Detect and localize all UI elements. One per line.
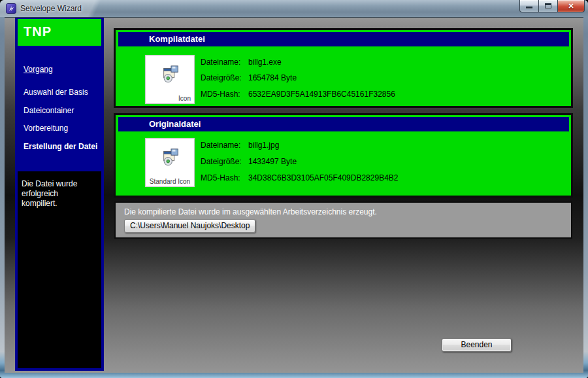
detail-label: Dateiname: (201, 141, 248, 150)
detail-value: 1654784 Byte (248, 73, 297, 82)
maximize-button[interactable] (539, 0, 557, 12)
detail-label: Dateigröße: (201, 73, 248, 82)
app-logo-glyph (7, 5, 15, 12)
detail-value: billg1.jpg (248, 141, 279, 150)
compiled-file-panel-title: Kompilatdatei (118, 32, 569, 46)
sidebar-item-auswahl-der-basis: Auswahl der Basis (24, 88, 88, 97)
sidebar-item-vorbereitung: Vorbereitung (24, 124, 68, 133)
logo-box: TNP (18, 19, 101, 46)
sidebar: TNP Vorgang Auswahl der Basis Dateiconta… (15, 18, 104, 371)
app-window: Setvelope Wizard ✕ TNP Vorgang Auswahl d… (0, 0, 588, 378)
status-message: Die Datei wurde erfolgreich kompiliert. (18, 171, 101, 368)
file-detail-row: MD5-Hash:34D38C6B3D3105AF05F409DB2829B4B… (201, 173, 399, 182)
file-detail-row: Dateiname:billg1.jpg (201, 141, 279, 150)
detail-label: Dateigröße: (201, 157, 248, 166)
detail-value: 6532EA9D3F5A14913FB6C45161F32856 (248, 90, 395, 99)
minimize-icon (526, 7, 532, 9)
icon-caption: Icon (178, 95, 191, 102)
close-icon: ✕ (568, 2, 574, 10)
file-detail-row: Dateigröße:1654784 Byte (201, 73, 297, 82)
maximize-icon (545, 3, 551, 9)
file-detail-row: Dateiname:billg1.exe (201, 58, 282, 67)
original-file-panel-title: Originaldatei (118, 117, 569, 131)
icon-caption: Standard Icon (146, 178, 194, 185)
compiled-file-icon-box: Icon (145, 55, 195, 104)
sidebar-item-vorgang[interactable]: Vorgang (24, 65, 53, 74)
detail-value: billg1.exe (248, 58, 282, 67)
file-detail-row: Dateigröße:1433497 Byte (201, 157, 297, 166)
compiled-file-panel: Kompilatdatei Icon Dateiname:billg1.exe … (116, 30, 571, 106)
client-area: TNP Vorgang Auswahl der Basis Dateiconta… (5, 17, 583, 373)
close-button[interactable]: ✕ (557, 0, 585, 12)
original-file-icon-box: Standard Icon (145, 138, 195, 187)
result-strip: Die kompilierte Datei wurde im ausgewähl… (116, 203, 571, 237)
original-file-panel: Originaldatei Standard Icon Dateiname:bi… (116, 115, 571, 196)
quit-button[interactable]: Beenden (442, 338, 512, 352)
detail-value: 1433497 Byte (248, 157, 297, 166)
detail-label: MD5-Hash: (201, 90, 248, 99)
detail-label: Dateiname: (201, 58, 248, 67)
window-title: Setvelope Wizard (20, 4, 82, 13)
sidebar-item-erstellung-der-datei: Erstellung der Datei (24, 142, 97, 151)
window-controls: ✕ (519, 0, 585, 12)
sidebar-item-dateicontainer: Dateicontainer (24, 106, 74, 115)
minimize-button[interactable] (519, 0, 539, 12)
working-directory-button[interactable]: C:\Users\Manuel Naujoks\Desktop (124, 219, 255, 233)
installer-icon (161, 148, 180, 167)
file-detail-row: MD5-Hash:6532EA9D3F5A14913FB6C45161F3285… (201, 90, 395, 99)
app-icon (6, 3, 16, 14)
detail-value: 34D38C6B3D3105AF05F409DB2829B4B2 (248, 173, 399, 182)
title-bar[interactable]: Setvelope Wizard ✕ (0, 0, 588, 17)
detail-label: MD5-Hash: (201, 173, 248, 182)
installer-icon (161, 65, 180, 84)
result-message: Die kompilierte Datei wurde im ausgewähl… (124, 207, 377, 216)
